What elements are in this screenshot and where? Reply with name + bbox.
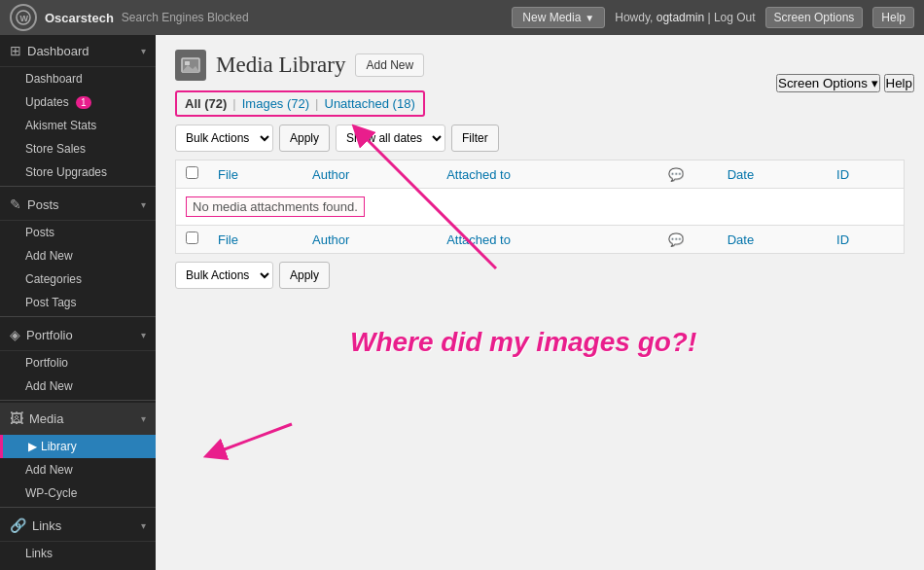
sidebar-item-updates[interactable]: Updates 1 xyxy=(0,90,156,114)
howdy-text: Howdy, ogtadmin | Log Out xyxy=(615,11,755,24)
svg-line-8 xyxy=(214,424,292,453)
sidebar-item-links-addnew[interactable]: Add New xyxy=(0,565,156,570)
filter-button[interactable]: Filter xyxy=(451,125,499,152)
new-media-button[interactable]: New Media ▼ xyxy=(512,7,605,28)
media-library-icon xyxy=(175,50,206,81)
header-comments: 💬 xyxy=(634,160,717,189)
header-file-bottom[interactable]: File xyxy=(208,226,302,254)
header-attached[interactable]: Attached to xyxy=(437,160,634,189)
sidebar-item-posts-addnew[interactable]: Add New xyxy=(0,244,156,267)
filter-tab-images[interactable]: Images (72) xyxy=(242,96,309,111)
links-arrow-icon: ▾ xyxy=(141,520,146,531)
apply-button-bottom[interactable]: Apply xyxy=(279,262,330,289)
page-title: Media Library xyxy=(216,53,345,78)
top-right-bar: Screen Options ▾ Help xyxy=(766,70,924,96)
site-name: Oscarstech xyxy=(45,11,114,25)
tagline: Search Engines Blocked xyxy=(122,11,249,24)
table-header-row: File Author Attached to 💬 Date ID xyxy=(176,160,905,189)
screen-options-button[interactable]: Screen Options xyxy=(765,7,864,28)
sidebar-item-wp-cycle[interactable]: WP-Cycle xyxy=(0,481,156,505)
select-all-checkbox[interactable] xyxy=(186,166,198,179)
media-icon: 🖼 xyxy=(10,410,23,426)
dropdown-arrow-icon: ▼ xyxy=(585,13,594,23)
sidebar-item-categories[interactable]: Categories xyxy=(0,267,156,291)
annotation-text: Where did my images go?! xyxy=(350,327,696,358)
sidebar-item-portfolio-sub[interactable]: Portfolio xyxy=(0,351,156,374)
media-table: File Author Attached to 💬 Date ID No med… xyxy=(175,160,905,254)
header-id-bottom: ID xyxy=(827,226,904,254)
header-author[interactable]: Author xyxy=(302,160,437,189)
sidebar-item-dashboard-sub[interactable]: Dashboard xyxy=(0,67,156,90)
header-author-bottom[interactable]: Author xyxy=(302,226,437,254)
dates-select[interactable]: Show all dates xyxy=(336,125,445,152)
header-comments-bottom: 💬 xyxy=(634,226,717,254)
sidebar-item-links-sub[interactable]: Links xyxy=(0,542,156,565)
header-checkbox-col-bottom xyxy=(176,226,209,254)
bulk-actions-select-top[interactable]: Bulk Actions xyxy=(175,125,273,152)
layout: ⊞ Dashboard ▾ Dashboard Updates 1 Akisme… xyxy=(0,35,924,570)
select-all-checkbox-bottom[interactable] xyxy=(186,232,198,244)
header-id: ID xyxy=(827,160,904,189)
sidebar-item-library[interactable]: ▶Library xyxy=(0,435,156,458)
sidebar-item-media-addnew[interactable]: Add New xyxy=(0,458,156,481)
portfolio-arrow-icon: ▾ xyxy=(141,330,146,340)
sidebar-item-post-tags[interactable]: Post Tags xyxy=(0,291,156,314)
svg-text:W: W xyxy=(20,14,29,23)
sidebar-item-portfolio[interactable]: ◈ Portfolio ▾ xyxy=(0,319,156,351)
header-attached-bottom[interactable]: Attached to xyxy=(437,226,634,254)
adminbar-right: New Media ▼ Howdy, ogtadmin | Log Out Sc… xyxy=(512,7,914,28)
filter-tabs: All (72) | Images (72) | Unattached (18) xyxy=(175,90,425,117)
bottom-table-toolbar: Bulk Actions Apply xyxy=(175,262,905,289)
sidebar-item-media[interactable]: 🖼 Media ▾ xyxy=(0,403,156,435)
help-button[interactable]: Help xyxy=(872,7,914,28)
logout-link[interactable]: Log Out xyxy=(714,11,756,24)
filter-tab-all[interactable]: All (72) xyxy=(185,96,227,111)
sidebar: ⊞ Dashboard ▾ Dashboard Updates 1 Akisme… xyxy=(0,35,156,570)
links-icon: 🔗 xyxy=(10,517,26,533)
wp-logo[interactable]: W xyxy=(10,4,37,31)
sidebar-item-store-upgrades[interactable]: Store Upgrades xyxy=(0,160,156,184)
posts-arrow-icon: ▾ xyxy=(141,199,146,210)
sidebar-item-akismet[interactable]: Akismet Stats xyxy=(0,114,156,137)
svg-rect-3 xyxy=(185,61,190,65)
portfolio-icon: ◈ xyxy=(10,327,20,342)
screen-options-button[interactable]: Screen Options ▾ xyxy=(776,74,880,92)
header-file[interactable]: File xyxy=(208,160,302,189)
sidebar-item-posts-sub[interactable]: Posts xyxy=(0,221,156,244)
sidebar-item-store-sales[interactable]: Store Sales xyxy=(0,137,156,160)
sidebar-item-links[interactable]: 🔗 Links ▾ xyxy=(0,510,156,542)
sidebar-item-portfolio-addnew[interactable]: Add New xyxy=(0,374,156,398)
filter-tab-unattached[interactable]: Unattached (18) xyxy=(325,96,415,111)
posts-icon: ✎ xyxy=(10,196,21,212)
no-items-message: No media attachments found. xyxy=(186,196,365,217)
top-table-toolbar: Bulk Actions Apply Show all dates Filter xyxy=(175,125,905,152)
main-content: Screen Options ▾ Help Media Library Add … xyxy=(156,35,924,570)
header-date[interactable]: Date xyxy=(718,160,827,189)
adminbar-left: W Oscarstech Search Engines Blocked xyxy=(10,4,249,31)
add-new-button[interactable]: Add New xyxy=(355,53,424,77)
header-date-bottom[interactable]: Date xyxy=(718,226,827,254)
dashboard-icon: ⊞ xyxy=(10,43,21,58)
active-indicator: ▶ xyxy=(28,440,37,453)
no-items-row: No media attachments found. xyxy=(176,189,905,226)
apply-button-top[interactable]: Apply xyxy=(279,125,330,152)
dashboard-arrow-icon: ▾ xyxy=(141,46,146,56)
admin-bar: W Oscarstech Search Engines Blocked New … xyxy=(0,0,924,35)
sidebar-item-dashboard[interactable]: ⊞ Dashboard ▾ xyxy=(0,35,156,67)
header-checkbox-col xyxy=(176,160,209,189)
table-header-row-bottom: File Author Attached to 💬 Date ID xyxy=(176,226,905,254)
sidebar-item-posts[interactable]: ✎ Posts ▾ xyxy=(0,189,156,221)
help-button[interactable]: Help xyxy=(884,74,914,92)
media-arrow-icon: ▾ xyxy=(141,413,146,424)
sidebar-dashboard-label: Dashboard xyxy=(27,44,135,58)
bulk-actions-select-bottom[interactable]: Bulk Actions xyxy=(175,262,273,289)
